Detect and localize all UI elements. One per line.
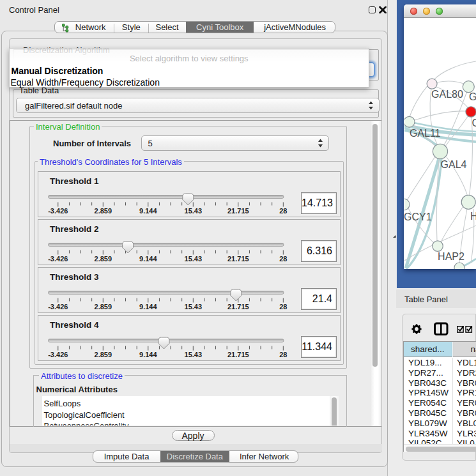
svg-text:HIS: HIS <box>470 211 476 222</box>
svg-text:-3.426: -3.426 <box>48 351 68 358</box>
svg-text:21.715: 21.715 <box>227 255 249 263</box>
svg-text:-3.426: -3.426 <box>48 207 68 215</box>
svg-text:15.43: 15.43 <box>185 303 203 311</box>
svg-text:15.43: 15.43 <box>185 351 203 358</box>
svg-text:15.43: 15.43 <box>185 207 203 215</box>
svg-text:GAL80: GAL80 <box>431 89 463 100</box>
svg-text:2.859: 2.859 <box>95 351 112 358</box>
svg-text:28: 28 <box>279 207 287 215</box>
svg-text:28: 28 <box>279 303 287 311</box>
svg-text:21.715: 21.715 <box>227 207 249 215</box>
svg-text:-3.426: -3.426 <box>48 303 68 311</box>
svg-text:21.715: 21.715 <box>227 303 249 311</box>
svg-text:2.859: 2.859 <box>95 255 112 263</box>
svg-text:2.859: 2.859 <box>95 303 112 311</box>
svg-text:2.859: 2.859 <box>95 207 112 215</box>
svg-text:21.715: 21.715 <box>227 351 249 358</box>
svg-text:GAL11: GAL11 <box>410 128 441 139</box>
svg-text:9.144: 9.144 <box>139 207 157 215</box>
svg-text:CD: CD <box>472 118 476 128</box>
svg-text:28: 28 <box>279 351 287 358</box>
svg-text:HAP2: HAP2 <box>438 251 464 262</box>
svg-text:GCY1: GCY1 <box>404 211 432 222</box>
svg-text:GAL2: GAL2 <box>469 91 476 102</box>
svg-text:9.144: 9.144 <box>139 351 157 358</box>
svg-text:9.144: 9.144 <box>139 255 157 263</box>
svg-text:-3.426: -3.426 <box>48 255 68 263</box>
svg-text:28: 28 <box>279 255 287 263</box>
svg-text:9.144: 9.144 <box>139 303 157 311</box>
svg-text:15.43: 15.43 <box>185 255 203 263</box>
svg-text:GAL4: GAL4 <box>441 159 467 170</box>
